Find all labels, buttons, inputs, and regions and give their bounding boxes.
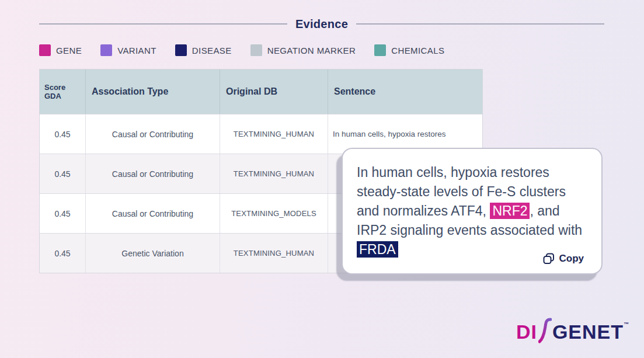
gene-swatch <box>39 44 51 56</box>
logo-s-slash-icon <box>538 318 552 346</box>
legend-label: DISEASE <box>192 46 232 55</box>
popup-sentence: In human cells, hypoxia restores steady-… <box>357 163 586 259</box>
sentence-popup: In human cells, hypoxia restores steady-… <box>342 148 603 274</box>
legend-label: VARIANT <box>117 46 156 55</box>
legend-item-chemicals: CHEMICALS <box>374 44 444 56</box>
legend-item-variant: VARIANT <box>100 44 156 56</box>
column-header-score-gda: Score GDA <box>40 69 85 114</box>
divider-line-right <box>356 23 604 25</box>
copy-icon <box>542 252 555 265</box>
disgenet-logo: DI GENET ™ <box>516 319 629 345</box>
cell-association-type: Causal or Contributing <box>85 194 220 233</box>
column-header-association-type: Association Type <box>85 69 220 114</box>
highlight-gene: NRF2 <box>490 203 530 219</box>
cell-original-db: TEXTMINING_HUMAN <box>220 114 328 154</box>
divider-line-left <box>39 23 287 25</box>
negation-marker-swatch <box>250 44 262 56</box>
cell-score-gda: 0.45 <box>40 234 85 273</box>
logo-text-di: DI <box>516 321 537 343</box>
cell-association-type: Causal or Contributing <box>85 154 220 193</box>
page-title: Evidence <box>295 18 348 31</box>
legend-label: NEGATION MARKER <box>267 46 356 55</box>
evidence-panel: Evidence GENEVARIANTDISEASENEGATION MARK… <box>0 0 644 358</box>
chemicals-swatch <box>374 44 386 56</box>
cell-association-type: Genetic Variation <box>85 234 220 273</box>
section-header: Evidence <box>39 16 604 32</box>
cell-score-gda: 0.45 <box>40 194 85 233</box>
cell-original-db: TEXTMINING_MODELS <box>220 194 328 233</box>
table-header-row: Score GDAAssociation TypeOriginal DBSent… <box>40 69 482 114</box>
copy-button-label: Copy <box>559 253 584 265</box>
disease-swatch <box>175 44 187 56</box>
legend-item-negation-marker: NEGATION MARKER <box>250 44 356 56</box>
cell-original-db: TEXTMINING_HUMAN <box>220 234 328 273</box>
legend-item-disease: DISEASE <box>175 44 232 56</box>
variant-swatch <box>100 44 112 56</box>
highlight-disease: FRDA <box>357 241 398 258</box>
legend-label: GENE <box>56 46 82 55</box>
legend-label: CHEMICALS <box>391 46 444 55</box>
cell-score-gda: 0.45 <box>40 114 85 154</box>
logo-text-genet: GENET <box>552 321 624 343</box>
cell-association-type: Causal or Contributing <box>85 114 220 154</box>
column-header-sentence: Sentence <box>328 69 483 114</box>
cell-score-gda: 0.45 <box>40 154 85 193</box>
legend: GENEVARIANTDISEASENEGATION MARKERCHEMICA… <box>39 43 444 57</box>
copy-button[interactable]: Copy <box>542 252 584 265</box>
logo-trademark: ™ <box>624 321 629 327</box>
cell-original-db: TEXTMINING_HUMAN <box>220 154 328 193</box>
legend-item-gene: GENE <box>39 44 82 56</box>
column-header-original-db: Original DB <box>220 69 328 114</box>
